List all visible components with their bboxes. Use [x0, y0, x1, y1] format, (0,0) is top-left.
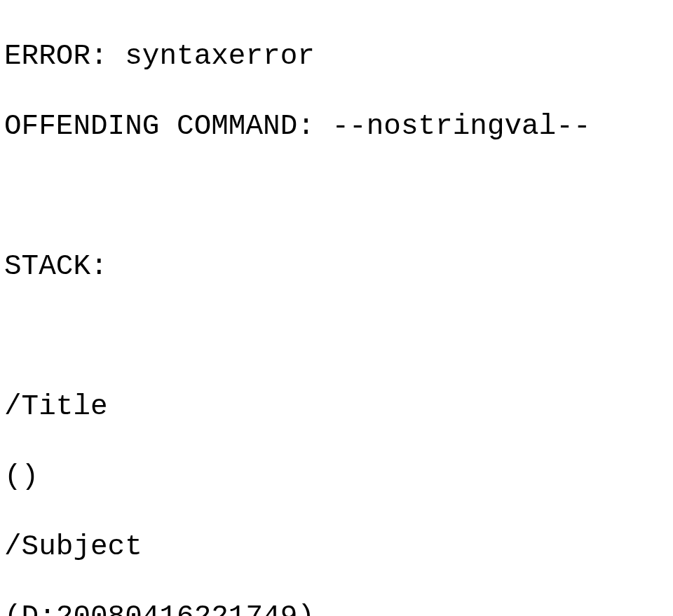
stack-item: /Title	[4, 389, 669, 424]
stack-item: ()	[4, 459, 669, 494]
error-page: ERROR: syntaxerror OFFENDING COMMAND: --…	[0, 0, 673, 616]
blank-line	[4, 179, 669, 214]
blank-line	[4, 319, 669, 354]
error-line: ERROR: syntaxerror	[4, 39, 669, 74]
stack-header: STACK:	[4, 249, 669, 284]
stack-item: (D:20080416221749)	[4, 599, 669, 616]
offending-command-line: OFFENDING COMMAND: --nostringval--	[4, 109, 669, 144]
stack-item: /Subject	[4, 529, 669, 564]
